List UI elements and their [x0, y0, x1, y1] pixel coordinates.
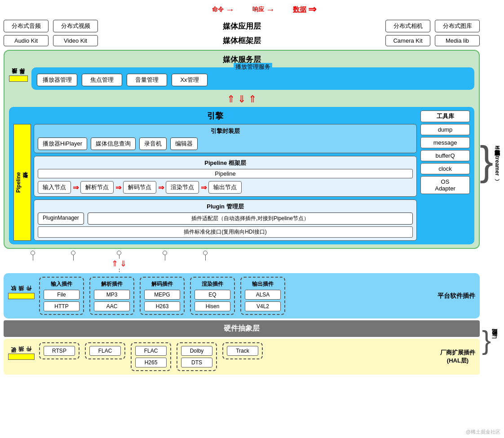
center-arrow-up: ⇑: [111, 259, 118, 269]
honmeng-label: 鸿蒙框架（Hi Streamer）: [493, 146, 501, 176]
encap-title: 引擎封装层: [38, 127, 413, 135]
output-plugin-items: ALSA V4L2: [245, 290, 281, 311]
node-arrow-3: ⇒: [158, 183, 164, 192]
media-fw-layer: Audio Kit Video Kit 媒体框架层 Camera Kit Med…: [4, 35, 480, 46]
tool-library: 工具库 dump message bufferQ clock OS Adapte…: [420, 111, 470, 241]
hal-layer: 硬件抽象层: [4, 320, 480, 337]
plugin-v4l2: V4L2: [245, 301, 281, 311]
hw-group-2: FLAC: [85, 342, 125, 359]
legend-data: 数据 ⇒: [293, 4, 316, 15]
output-plugin-group: 输出插件 ALSA V4L2: [240, 277, 285, 315]
volume-mgmt: 音量管理: [127, 74, 167, 86]
playback-service-label: 播放服务: [9, 75, 28, 82]
media-fw-title: 媒体框架层: [102, 35, 381, 46]
dashed-line: [119, 269, 119, 272]
recorder: 录音机: [139, 137, 167, 150]
conn1: [31, 251, 35, 272]
honmeng-bracket: } 鸿蒙框架（Hi Streamer）: [480, 31, 501, 291]
pipeline-content: 引擎封装层 播放器HiPlayer 媒体信息查询 录音机 编辑器: [34, 124, 417, 241]
sw-plugins-label: 软插件: [8, 293, 35, 299]
conn2: [71, 251, 75, 272]
dist-audio: 分布式音频: [4, 20, 49, 32]
plugin-mgmt-layer: Plugin 管理层 PluginManager 插件适配层（自动选择插件,对接…: [34, 199, 417, 241]
hw-group-4: Dolby DTS: [177, 342, 217, 371]
node-arrow-4: ⇒: [201, 183, 207, 192]
vendor-label: 厂 商 适 配: [491, 338, 499, 343]
engine-title: 引擎: [13, 111, 417, 121]
pipeline-engine-label: Pipeline引擎: [13, 124, 31, 241]
parse-node: 解析节点: [80, 181, 114, 194]
line-4: [165, 255, 165, 261]
tool-message: message: [420, 137, 470, 148]
engine-encap-layer: 引擎封装层 播放器HiPlayer 媒体信息查询 录音机 编辑器: [34, 124, 417, 153]
mid-arrows-row: ⇑ ⇓: [4, 251, 480, 272]
command-arrow: →: [225, 4, 234, 15]
media-info-query: 媒体信息查询: [91, 137, 136, 150]
circle-1: [31, 251, 35, 255]
hw-plugins-container: 硬插件 RTSP FLAC FLAC: [4, 339, 480, 375]
tool-clock: clock: [420, 163, 470, 174]
center-arrows: ⇑ ⇓: [111, 259, 127, 269]
arrow-up-1: ⇑: [227, 93, 235, 105]
hw-h265: H265: [135, 358, 167, 367]
hw-group-5: Track: [222, 342, 263, 359]
conn3: ⇑ ⇓: [111, 251, 127, 272]
hw-items-3: FLAC H265: [135, 346, 167, 367]
tool-dump: dump: [420, 124, 470, 135]
dist-gallery: 分布式图库: [435, 20, 480, 32]
plugin-std-interface: 插件标准化接口(复用南向HDI接口): [38, 226, 413, 238]
circle-4: [163, 251, 167, 255]
sw-plugins-container: 软插件 输入插件 File HTTP 解析插件 MP3 AAC: [4, 273, 480, 319]
parse-plugin-title: 解析插件: [94, 280, 130, 288]
arrow-up-2: ⇑: [248, 93, 256, 105]
plugin-alsa: ALSA: [245, 290, 281, 300]
pipeline-fw-layer: Pipeline 框架层 Pipeline 输入节点 ⇒ 解析节点 ⇒ 解码节点…: [34, 156, 417, 197]
data-arrow: ⇒: [308, 4, 316, 15]
render-plugin-title: 渲染插件: [195, 280, 230, 288]
tool-bufferq: bufferQ: [420, 150, 470, 161]
hw-items-4: Dolby DTS: [181, 346, 212, 367]
vendor-bracket: } 厂 商 适 配: [482, 296, 499, 385]
render-node: 渲染节点: [166, 181, 199, 194]
render-plugin-items: EQ Hisen: [195, 290, 230, 311]
xx-mgmt: Xx管理: [172, 74, 208, 86]
circle-3: [117, 251, 121, 255]
legend-response: 响应 →: [252, 4, 275, 15]
hw-dolby: Dolby: [181, 346, 212, 356]
encap-items: 播放器HiPlayer 媒体信息查询 录音机 编辑器: [38, 137, 413, 150]
plugin-mgmt-title: Plugin 管理层: [38, 203, 413, 211]
plugin-adapter: 插件适配层（自动选择插件,对接到Pipeline节点）: [88, 212, 413, 225]
decode-plugin-items: MEPG H263: [144, 290, 180, 311]
plugin-manager: PluginManager: [38, 212, 84, 225]
command-label: 命令: [212, 5, 224, 13]
play-mgmt-service: 播放管理服务 播放器管理 焦点管理 音量管理 Xx管理: [31, 67, 474, 90]
legend-command: 命令 →: [212, 4, 234, 15]
camera-kit: Camera Kit: [385, 35, 430, 46]
brace-right-1: }: [480, 143, 493, 179]
hw-group-3: FLAC H265: [131, 342, 171, 371]
hw-group-1: RTSP: [39, 342, 80, 359]
plugin-mepg: MEPG: [144, 290, 180, 300]
tool-os-adapter: OS Adapter: [420, 176, 470, 194]
hw-items-2: FLAC: [89, 346, 121, 356]
input-plugin-group: 输入插件 File HTTP: [39, 277, 84, 315]
output-node: 输出节点: [208, 181, 242, 194]
brace-right-2: }: [482, 328, 491, 353]
sw-plugin-groups: 输入插件 File HTTP 解析插件 MP3 AAC 解码插件: [39, 277, 433, 315]
decode-plugin-title: 解码插件: [144, 280, 180, 288]
decode-plugin-group: 解码插件 MEPG H263: [140, 277, 185, 315]
media-app-layer: 分布式音频 分布式视频 媒体应用层 分布式相机 分布式图库: [4, 20, 480, 32]
player-mgmt: 播放器管理: [37, 74, 77, 86]
line-2: [73, 255, 74, 261]
play-mgmt-title: 播放管理服务: [234, 63, 272, 71]
audio-kit: Audio Kit: [4, 35, 49, 46]
media-app-title: 媒体应用层: [102, 21, 381, 31]
response-label: 响应: [252, 5, 264, 13]
dist-camera: 分布式相机: [385, 20, 430, 32]
engine-container: 引擎 Pipeline引擎 引擎封装层 播放器HiPlayer 媒体信息查询: [9, 107, 474, 244]
hw-items-5: Track: [227, 346, 258, 356]
plugin-row1: PluginManager 插件适配层（自动选择插件,对接到Pipeline节点…: [38, 212, 413, 225]
node-arrow-1: ⇒: [73, 183, 79, 192]
plugin-eq: EQ: [195, 290, 230, 300]
plugin-aac: AAC: [94, 301, 130, 311]
